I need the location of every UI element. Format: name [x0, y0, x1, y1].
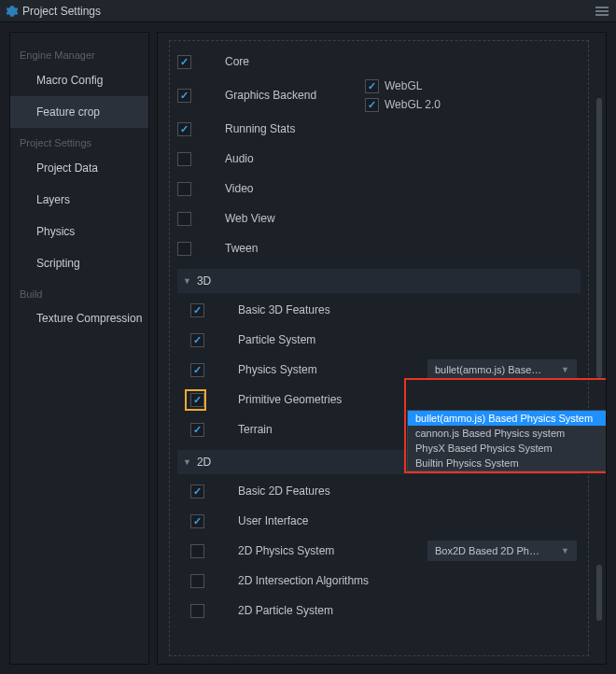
checkbox-running-stats[interactable] [177, 122, 191, 136]
checkbox-2d-particle[interactable] [190, 604, 204, 618]
sidebar-item-feature-crop[interactable]: Feature crop [10, 96, 148, 128]
feature-2d-intersection: 2D Intersection Algorithms [190, 566, 581, 596]
checkbox-video[interactable] [177, 182, 191, 196]
content: Core Graphics Backend WebGL WebGL 2.0 [157, 32, 607, 665]
chevron-down-icon: ▼ [183, 457, 191, 467]
titlebar: Project Settings [0, 0, 616, 22]
dropdown-option[interactable]: Builtin Physics System [408, 456, 606, 470]
select-2d-physics[interactable]: Box2D Based 2D Ph… ▼ [427, 541, 577, 561]
sidebar-group-engine: Engine Manager [10, 40, 148, 64]
sidebar-group-project-settings: Project Settings [10, 128, 148, 152]
dropdown-option[interactable]: PhysX Based Physics System [408, 441, 606, 456]
feature-basic-2d: Basic 2D Features [190, 476, 581, 506]
dropdown-option[interactable]: bullet(ammo.js) Based Physics System [408, 411, 606, 426]
app-title: Project Settings [22, 5, 101, 18]
feature-particle-system: Particle System [190, 325, 581, 355]
checkbox-webgl[interactable] [365, 79, 379, 93]
chevron-down-icon: ▼ [183, 276, 191, 286]
feature-core: Core [177, 47, 581, 77]
checkbox-webgl2[interactable] [365, 98, 379, 112]
chevron-down-icon: ▼ [561, 546, 569, 555]
feature-tween: Tween [177, 233, 581, 263]
checkbox-primitive[interactable] [190, 393, 204, 407]
sidebar-item-macro-config[interactable]: Macro Config [10, 64, 148, 96]
checkbox-2d-physics[interactable] [190, 544, 204, 558]
feature-basic-3d: Basic 3D Features [190, 295, 581, 325]
feature-webview: Web View [177, 204, 581, 233]
feature-graphics-backend: Graphics Backend WebGL WebGL 2.0 [177, 77, 581, 114]
feature-physics-system: Physics System bullet(ammo.js) Base… ▼ [190, 355, 581, 385]
feature-video: Video [177, 174, 581, 204]
feature-running-stats: Running Stats [177, 114, 581, 144]
checkbox-particle[interactable] [190, 333, 204, 347]
checkbox-webview[interactable] [177, 212, 191, 226]
checkbox-basic-3d[interactable] [190, 303, 204, 317]
scrollbar-thumb[interactable] [596, 565, 602, 621]
checkbox-graphics-backend[interactable] [177, 89, 191, 103]
main: Engine Manager Macro Config Feature crop… [0, 22, 616, 674]
dropdown-physics-options[interactable]: bullet(ammo.js) Based Physics System can… [407, 410, 607, 471]
checkbox-2d-intersection[interactable] [190, 574, 204, 588]
sidebar: Engine Manager Macro Config Feature crop… [9, 32, 149, 665]
scrollbar-thumb[interactable] [596, 98, 602, 378]
sidebar-item-layers[interactable]: Layers [10, 184, 148, 216]
chevron-down-icon: ▼ [561, 365, 569, 374]
sidebar-item-scripting[interactable]: Scripting [10, 247, 148, 279]
sidebar-item-project-data[interactable]: Project Data [10, 152, 148, 184]
checkbox-tween[interactable] [177, 242, 191, 256]
checkbox-core[interactable] [177, 55, 191, 69]
feature-2d-particle: 2D Particle System [190, 596, 581, 625]
feature-audio: Audio [177, 144, 581, 174]
checkbox-basic-2d[interactable] [190, 484, 204, 498]
checkbox-ui[interactable] [190, 514, 204, 528]
sidebar-item-physics[interactable]: Physics [10, 216, 148, 247]
dropdown-option[interactable]: cannon.js Based Physics system [408, 426, 606, 441]
section-3d-header[interactable]: ▼ 3D [177, 269, 581, 293]
checkbox-terrain[interactable] [190, 423, 204, 437]
sidebar-item-texture-compression[interactable]: Texture Compression [10, 303, 148, 334]
sidebar-group-build: Build [10, 279, 148, 303]
checkbox-physics-system[interactable] [190, 363, 204, 377]
checkbox-audio[interactable] [177, 152, 191, 166]
feature-pane: Core Graphics Backend WebGL WebGL 2.0 [169, 40, 589, 656]
graphics-sub: WebGL WebGL 2.0 [365, 77, 441, 113]
select-3d-physics[interactable]: bullet(ammo.js) Base… ▼ [427, 359, 577, 380]
hamburger-icon[interactable] [594, 7, 610, 16]
gear-icon [6, 5, 19, 18]
feature-2d-physics: 2D Physics System Box2D Based 2D Ph… ▼ [190, 536, 581, 566]
feature-ui: User Interface [190, 506, 581, 536]
